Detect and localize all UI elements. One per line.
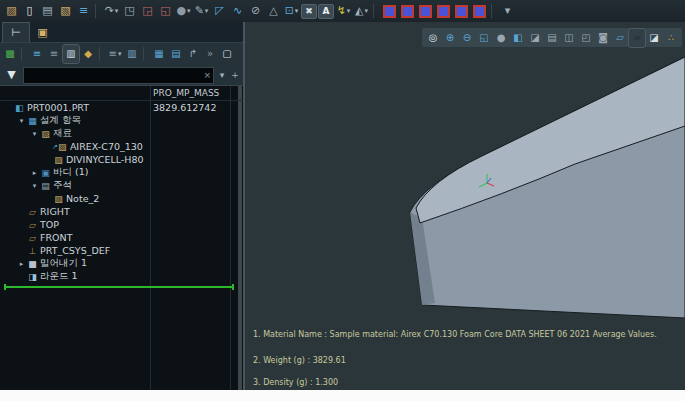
open-session-icon[interactable]: ▨ bbox=[3, 2, 20, 20]
insert-here-line[interactable] bbox=[4, 286, 234, 288]
tree-item-label: FRONT bbox=[39, 232, 72, 243]
tree-column-header[interactable]: PRO_MP_MASS bbox=[0, 86, 243, 101]
tree-indent bbox=[0, 198, 43, 199]
round-icon: ◨ bbox=[26, 272, 39, 282]
tree-item[interactable]: ▨Note_2 bbox=[0, 192, 243, 205]
tree-item[interactable]: ▸▣바디 (1) bbox=[0, 166, 243, 179]
tree-item-label: AIREX-C70_130 bbox=[69, 141, 143, 152]
saved-orientation-icon[interactable] bbox=[417, 2, 434, 20]
model-tree-tab[interactable]: ⊢ bbox=[2, 22, 30, 42]
navigator-tabs: ⊢ ▣ bbox=[0, 22, 243, 42]
document-icon[interactable]: ▢ bbox=[219, 45, 235, 63]
table-icon[interactable]: ▦ bbox=[151, 45, 167, 63]
measure-icon[interactable]: ✎▾ bbox=[193, 2, 210, 20]
tree-indent bbox=[0, 146, 43, 147]
copy-icon[interactable]: ◳ bbox=[121, 2, 138, 20]
datum-display-icon[interactable]: ◭▾ bbox=[353, 2, 370, 20]
design-items-icon: ▦ bbox=[26, 116, 39, 126]
collapse-arrow-icon[interactable]: ▾ bbox=[17, 117, 26, 125]
toolbar-overflow-icon[interactable]: ▾ bbox=[499, 2, 516, 20]
folder-browser-tab[interactable]: ▣ bbox=[34, 23, 51, 42]
separator bbox=[99, 47, 104, 61]
tree-item-label: TOP bbox=[39, 219, 59, 230]
tree-indent bbox=[0, 120, 17, 121]
tree-item[interactable]: ▱RIGHT bbox=[0, 205, 243, 218]
undo-icon[interactable]: ↷▾ bbox=[103, 2, 120, 20]
frame-icon[interactable]: ⊡▾ bbox=[283, 2, 300, 20]
analysis-lightning-icon[interactable]: ↯▾ bbox=[335, 2, 352, 20]
list-blue-icon[interactable]: ≡ bbox=[29, 45, 45, 63]
tree-item[interactable]: ▨DIVINYCELL-H80 bbox=[0, 153, 243, 166]
no-symbol-icon[interactable]: ⊘ bbox=[247, 2, 264, 20]
paste-special-icon[interactable]: ◱ bbox=[157, 2, 174, 20]
expand-arrow-icon[interactable]: ▸ bbox=[30, 169, 39, 177]
material-added-icon: ▨ bbox=[56, 142, 69, 152]
tree-item[interactable]: ↗▨AIREX-C70_130 bbox=[0, 140, 243, 153]
filter-input-wrap: × bbox=[23, 67, 214, 84]
materials-icon: ▨ bbox=[39, 129, 52, 139]
bodies-icon: ▣ bbox=[39, 168, 52, 178]
paste-icon[interactable]: ◲ bbox=[139, 2, 156, 20]
tree-filter-row: ▼ × ▾ + bbox=[0, 65, 243, 85]
tree-icon: ⊢ bbox=[8, 24, 25, 42]
open-icon[interactable]: ▧ bbox=[57, 2, 74, 20]
saved-orientation-icon[interactable] bbox=[399, 2, 416, 20]
collapse-arrow-icon[interactable]: ▾ bbox=[30, 130, 39, 138]
tree-item[interactable]: ▾▤주석 bbox=[0, 179, 243, 192]
new-file-icon[interactable]: ▯ bbox=[21, 2, 38, 20]
tree-item[interactable]: ▱FRONT bbox=[0, 231, 243, 244]
bookmark-icon[interactable]: ◆ bbox=[80, 45, 96, 63]
tree-indent bbox=[0, 237, 17, 238]
tree-indent bbox=[0, 107, 4, 108]
tree-item[interactable]: ▸■밀어내기 1 bbox=[0, 257, 243, 270]
datum-triangle-icon[interactable]: △ bbox=[265, 2, 282, 20]
tree-item[interactable]: ◧PRT0001.PRT3829.612742 bbox=[0, 101, 243, 114]
datum-plane-icon: ▱ bbox=[26, 220, 39, 230]
spline-icon[interactable]: ∿ bbox=[229, 2, 246, 20]
annotation-a-icon[interactable]: A bbox=[318, 4, 334, 19]
part-icon: ◧ bbox=[13, 103, 26, 113]
tree-item-label: 밀어내기 1 bbox=[39, 257, 87, 270]
expand-arrow-icon[interactable]: ▸ bbox=[17, 260, 26, 268]
model-note-3: 3. Density (g) : 1.300 bbox=[253, 378, 338, 387]
tree-item[interactable]: ◨라운드 1 bbox=[0, 270, 243, 283]
mass-column-header[interactable]: PRO_MP_MASS bbox=[153, 88, 219, 98]
saved-orientation-icon[interactable] bbox=[453, 2, 470, 20]
filter-list-icon[interactable]: ≡▾ bbox=[107, 45, 123, 63]
model-note-1: 1. Material Name : Sample material: Aire… bbox=[253, 330, 657, 339]
corner-icon[interactable]: ◸ bbox=[211, 2, 228, 20]
list-gray-icon[interactable]: ≡ bbox=[46, 45, 62, 63]
csys-icon: ⊥ bbox=[26, 246, 39, 256]
collapse-arrow-icon[interactable]: ▾ bbox=[30, 182, 39, 190]
regenerate-icon[interactable]: ≡ bbox=[75, 2, 92, 20]
filter-funnel-icon[interactable]: ▼ bbox=[3, 66, 20, 84]
saved-orientation-icon[interactable] bbox=[381, 2, 398, 20]
chevron-right-icon[interactable]: » bbox=[202, 45, 218, 63]
save-icon[interactable]: ▤ bbox=[39, 2, 56, 20]
render-sphere-icon[interactable]: ●▾ bbox=[175, 2, 192, 20]
tree-expand-icon[interactable]: ↱ bbox=[185, 45, 201, 63]
tree-item-label: PRT0001.PRT bbox=[26, 102, 89, 113]
tree-item[interactable]: ▾▨재료 bbox=[0, 127, 243, 140]
filter-dropdown-icon[interactable]: ▾ bbox=[217, 70, 227, 80]
separator bbox=[21, 47, 26, 61]
columns-setup-icon[interactable]: ▥ bbox=[124, 45, 140, 63]
tree-item[interactable]: ▱TOP bbox=[0, 218, 243, 231]
saved-orientation-icon[interactable] bbox=[471, 2, 488, 20]
layers-icon[interactable]: ▤ bbox=[168, 45, 184, 63]
datum-plane-icon: ▱ bbox=[26, 207, 39, 217]
saved-orientation-icon[interactable] bbox=[435, 2, 452, 20]
tree-filter-input[interactable] bbox=[24, 69, 213, 82]
clear-filter-icon[interactable]: × bbox=[203, 70, 211, 80]
tree-item[interactable]: ⊥PRT_CSYS_DEF bbox=[0, 244, 243, 257]
tree-indent bbox=[0, 224, 17, 225]
tree-item-label: RIGHT bbox=[39, 206, 70, 217]
tree-settings-icon[interactable]: ▩ bbox=[2, 45, 18, 63]
separator bbox=[373, 4, 378, 18]
add-filter-icon[interactable]: + bbox=[230, 70, 240, 80]
model-tree-area: PRO_MP_MASS ◧PRT0001.PRT3829.612742▾▦설계 … bbox=[0, 85, 243, 390]
close-x-icon[interactable]: ✖ bbox=[301, 4, 317, 19]
tree-item[interactable]: ▾▦설계 항목 bbox=[0, 114, 243, 127]
graphics-area[interactable]: ◎⊕⊖◱●◧◪▤◫◰◙▱▰◪∴ 1. Material Name : Sampl… bbox=[245, 22, 685, 390]
show-columns-icon[interactable]: ▥ bbox=[63, 45, 79, 63]
